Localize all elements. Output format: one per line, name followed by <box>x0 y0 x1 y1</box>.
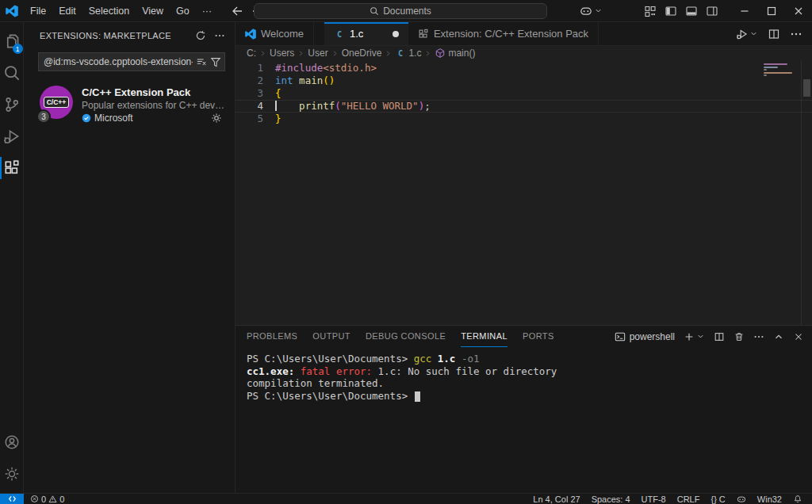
copilot-menu[interactable] <box>580 5 603 17</box>
code-line[interactable]: 1#include<stdio.h> <box>236 62 812 74</box>
crumb-drive[interactable]: C: <box>247 48 256 59</box>
crumb-user[interactable]: User <box>308 48 327 59</box>
panel-tab-ports[interactable]: PORTS <box>523 326 554 347</box>
menu-view[interactable]: View <box>136 4 170 18</box>
remote-indicator[interactable] <box>0 494 24 504</box>
close-panel-icon[interactable] <box>793 331 804 342</box>
menu-selection[interactable]: Selection <box>82 4 136 18</box>
tab-1c[interactable]: C1.c <box>324 22 408 45</box>
more-actions-icon[interactable] <box>790 28 802 40</box>
back-icon[interactable] <box>231 5 243 17</box>
panel-tab-terminal[interactable]: TERMINAL <box>461 326 508 347</box>
code-line[interactable]: 4 printf("HELLO WORLD"); <box>236 100 812 113</box>
status-eol[interactable]: CRLF <box>677 494 700 504</box>
terminal-output[interactable]: PS C:\Users\User\Documents> gcc 1.c -o1c… <box>236 347 812 493</box>
status-cursor-position[interactable]: Ln 4, Col 27 <box>533 494 580 504</box>
code-line[interactable]: 3{ <box>236 87 812 100</box>
filter-icon[interactable] <box>210 56 221 67</box>
line-number[interactable]: 5 <box>236 113 275 125</box>
window-minimize-button[interactable] <box>731 0 758 22</box>
code-line[interactable]: 2int main() <box>236 74 812 87</box>
tab-welcome[interactable]: Welcome <box>236 22 314 45</box>
activity-item-source-control[interactable] <box>0 89 24 120</box>
crumb-onedrive[interactable]: OneDrive <box>342 48 382 59</box>
clear-filter-icon[interactable] <box>196 56 207 67</box>
activity-item-account[interactable] <box>0 426 24 458</box>
window-close-button[interactable] <box>785 0 812 22</box>
refresh-icon[interactable] <box>195 30 206 41</box>
chevron-right-icon <box>423 49 432 58</box>
panel-tab-output[interactable]: OUTPUT <box>312 326 350 347</box>
extension-list-item[interactable]: C/C++ 3 C/C++ Extension Pack Popular ext… <box>24 79 235 130</box>
status-encoding[interactable]: UTF-8 <box>642 494 666 504</box>
crumb-onedrive-label: OneDrive <box>342 48 382 59</box>
menu-file[interactable]: File <box>24 4 52 18</box>
crumb-users[interactable]: Users <box>270 48 294 59</box>
new-terminal-icon[interactable] <box>684 331 695 342</box>
code-token <box>293 74 300 86</box>
kill-terminal-trash-icon[interactable] <box>733 331 745 342</box>
vscode-icon <box>245 29 256 40</box>
extensions-sidebar: EXTENSIONS: MARKETPLACE C/C++ 3 C/C++ Ex… <box>24 22 236 493</box>
line-number[interactable]: 1 <box>236 62 275 74</box>
problems-status[interactable]: 0 0 <box>30 494 64 504</box>
extension-icon-label: C/C++ <box>44 97 70 108</box>
code-editor[interactable]: 1#include<stdio.h>2int main()3{4 printf(… <box>236 60 812 325</box>
panel-tab-problems[interactable]: PROBLEMS <box>247 326 297 347</box>
extension-description: Popular extensions for C++ develop... <box>82 100 227 111</box>
code-token: } <box>275 113 282 124</box>
more-actions-icon[interactable] <box>214 30 225 41</box>
code-line[interactable]: 5} <box>236 113 812 125</box>
line-number[interactable]: 4 <box>236 100 275 113</box>
c-file-icon: C <box>334 29 345 40</box>
extension-manage-gear-icon[interactable] <box>211 113 222 124</box>
panel-tab-debug-console[interactable]: DEBUG CONSOLE <box>366 326 446 347</box>
title-bar: FileEditSelectionViewGo··· Documents <box>0 0 812 22</box>
activity-item-explorer[interactable]: 1 <box>0 25 24 57</box>
tab-extension[interactable]: Extension: C/C++ Extension Pack <box>408 22 599 45</box>
status-copilot-status[interactable] <box>737 494 746 504</box>
toggle-secondary-sidebar-icon[interactable] <box>706 5 718 17</box>
titlebar-right <box>580 0 812 21</box>
run-debug-action[interactable] <box>736 28 758 40</box>
gear-icon <box>4 466 20 482</box>
activity-item-run-and-debug[interactable] <box>0 120 24 152</box>
line-number[interactable]: 3 <box>236 87 275 100</box>
menu-more[interactable]: ··· <box>196 4 219 18</box>
customize-layout-icon[interactable] <box>644 5 657 17</box>
status-notifications[interactable] <box>793 494 802 504</box>
activity-item-extensions[interactable] <box>0 152 24 184</box>
toggle-panel-icon[interactable] <box>685 5 698 17</box>
status-language-mode[interactable]: {} C <box>710 494 725 504</box>
editor-scrollbar[interactable] <box>801 60 812 325</box>
toggle-sidebar-icon[interactable] <box>665 5 677 17</box>
text-cursor <box>275 101 277 111</box>
line-number[interactable]: 2 <box>236 74 275 87</box>
debug-icon <box>3 128 21 145</box>
crumb-symbol[interactable]: main() <box>435 48 475 59</box>
run-debug-icon <box>736 28 749 40</box>
terminal-instance[interactable]: powershell <box>615 331 675 342</box>
menu-go[interactable]: Go <box>170 4 196 18</box>
code-token: ; <box>424 100 431 112</box>
status-indentation[interactable]: Spaces: 4 <box>592 494 630 504</box>
platform-label: Win32 <box>757 494 782 504</box>
window-maximize-button[interactable] <box>758 0 785 22</box>
more-actions-icon[interactable] <box>753 331 764 342</box>
crumb-file[interactable]: C1.c <box>395 48 421 59</box>
code-text: { <box>275 87 282 100</box>
activity-item-search[interactable] <box>0 57 24 89</box>
split-editor-icon[interactable] <box>768 28 780 40</box>
command-center-search[interactable]: Documents <box>254 3 547 19</box>
maximize-panel-chevron-up-icon[interactable] <box>773 331 784 342</box>
bell-icon <box>793 494 802 504</box>
split-terminal-icon[interactable] <box>714 331 725 342</box>
scrollbar-thumb[interactable] <box>803 79 810 97</box>
chevron-right-icon <box>384 49 393 58</box>
menu-edit[interactable]: Edit <box>52 4 82 18</box>
extensions-search-input[interactable] <box>44 56 193 67</box>
activity-item-settings[interactable] <box>0 458 24 490</box>
chevron-down-icon[interactable] <box>696 332 705 341</box>
status-platform[interactable]: Win32 <box>757 494 782 504</box>
minimap[interactable] <box>764 63 800 76</box>
